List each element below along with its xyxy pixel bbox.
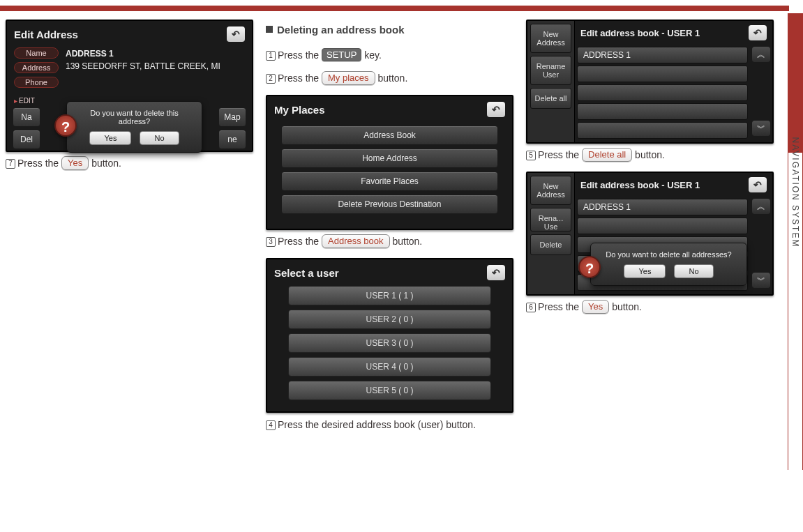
scroll-down-icon[interactable]: ︾: [752, 273, 770, 288]
step-4: 4Press the desired address book (user) b…: [266, 417, 513, 432]
partial-btn[interactable]: Map: [218, 107, 246, 127]
list-item[interactable]: [577, 103, 748, 120]
new-address-button[interactable]: New Address: [530, 24, 571, 53]
user-item[interactable]: USER 1 ( 1 ): [288, 286, 491, 305]
back-icon[interactable]: ↶: [749, 25, 767, 40]
list-item[interactable]: ADDRESS 1: [577, 47, 748, 63]
list-item[interactable]: [577, 66, 748, 82]
step-number: 2: [266, 74, 276, 84]
dialog-message: Do you want to delete all addresses?: [598, 250, 740, 259]
edit-label: EDIT: [19, 97, 35, 105]
page-body: Edit Address ↶ Name Address Phone ADDRES…: [0, 20, 803, 470]
step-number: 4: [266, 420, 276, 430]
edit-book-title: Edit address book - USER 1: [580, 180, 700, 190]
list-item[interactable]: ADDRESS 1: [577, 199, 748, 215]
column-2: Deleting an address book 1Press the SETU…: [266, 20, 513, 442]
step-6: 6Press the Yes button.: [526, 300, 774, 314]
pill-name[interactable]: Name: [14, 47, 59, 59]
back-icon[interactable]: ↶: [749, 177, 767, 192]
addressbook-button-ref: Address book: [322, 234, 390, 248]
my-places-title: My Places: [274, 104, 325, 116]
address-line: 139 SEEDORFF ST, BATTLE CREEK, MI: [66, 60, 220, 73]
user-item[interactable]: USER 3 ( 0 ): [288, 333, 491, 353]
scroll-down-icon[interactable]: ︾: [752, 121, 770, 136]
step-number: 3: [266, 237, 276, 247]
dialog-message: Do you want to delete this address?: [74, 109, 195, 126]
pill-phone[interactable]: Phone: [14, 77, 59, 88]
address-name: ADDRESS 1: [66, 47, 220, 60]
question-icon: ?: [578, 256, 601, 278]
user-item[interactable]: USER 4 ( 0 ): [288, 357, 491, 377]
user-list: USER 1 ( 1 )USER 2 ( 0 )USER 3 ( 0 )USER…: [267, 286, 512, 400]
step-5: 5Press the Delete all button.: [526, 148, 774, 162]
screenshot-select-user: Select a user ↶ USER 1 ( 1 )USER 2 ( 0 )…: [266, 258, 513, 413]
back-icon[interactable]: ↶: [487, 102, 505, 117]
step-number: 6: [526, 303, 536, 312]
scroll-up-icon[interactable]: ︽: [752, 47, 770, 62]
list-item[interactable]: [577, 218, 748, 234]
step-number: 7: [6, 159, 15, 169]
screenshot-edit-book-2: New Address Rena... Use Delete Edit addr…: [526, 172, 774, 296]
side-panel: New Address Rename User Delete all: [527, 21, 575, 142]
side-tab: NAVIGATION SYSTEM: [788, 13, 803, 470]
question-icon: ?: [54, 114, 77, 137]
user-item[interactable]: USER 2 ( 0 ): [288, 310, 491, 329]
address-rows: ADDRESS 1: [575, 45, 750, 141]
my-places-item[interactable]: Address Book: [281, 126, 498, 145]
rename-user-button[interactable]: Rena... Use: [530, 208, 571, 231]
list-item[interactable]: [577, 122, 748, 139]
partial-btn[interactable]: Na: [13, 107, 40, 127]
step-number: 1: [266, 51, 276, 61]
partial-btn[interactable]: Del: [13, 130, 40, 149]
step-1: 1Press the SETUP key.: [266, 48, 513, 61]
edit-book-title: Edit address book - USER 1: [580, 28, 700, 38]
deleteall-button-ref: Delete all: [582, 148, 632, 162]
partial-btn[interactable]: ne: [218, 130, 246, 149]
pill-address[interactable]: Address: [14, 62, 59, 73]
screenshot-edit-address: Edit Address ↶ Name Address Phone ADDRES…: [6, 20, 253, 152]
back-icon[interactable]: ↶: [227, 26, 245, 42]
delete-all-button[interactable]: Delete all: [530, 88, 571, 109]
new-address-button[interactable]: New Address: [530, 176, 571, 205]
step-number: 5: [526, 151, 536, 160]
screenshot-my-places: My Places ↶ Address BookHome AddressFavo…: [266, 95, 513, 230]
dialog-yes-button[interactable]: Yes: [624, 264, 666, 278]
column-3: New Address Rename User Delete all Edit …: [526, 20, 774, 442]
delete-address-dialog: ? Do you want to delete this address? Ye…: [66, 101, 202, 153]
select-user-title: Select a user: [274, 267, 339, 279]
column-1: Edit Address ↶ Name Address Phone ADDRES…: [6, 20, 253, 442]
field-pills: Name Address Phone: [14, 47, 59, 91]
myplaces-button-ref: My places: [322, 71, 375, 85]
step-2: 2Press the My places button.: [266, 71, 513, 85]
rename-user-button[interactable]: Rename User: [530, 56, 571, 85]
yes-button-ref: Yes: [61, 156, 89, 170]
step-3: 3Press the Address book button.: [266, 234, 513, 248]
my-places-list: Address BookHome AddressFavorite PlacesD…: [267, 123, 512, 220]
delete-button[interactable]: Delete: [530, 234, 571, 255]
section-heading: Deleting an address book: [266, 24, 513, 36]
scroll-up-icon[interactable]: ︽: [752, 199, 770, 214]
side-tab-label: NAVIGATION SYSTEM: [790, 137, 800, 248]
step-7: 7Press the Yes button.: [6, 156, 253, 170]
my-places-item[interactable]: Delete Previous Destination: [281, 195, 498, 214]
edit-address-title: Edit Address: [14, 29, 78, 40]
my-places-item[interactable]: Favorite Places: [281, 172, 498, 191]
user-item[interactable]: USER 5 ( 0 ): [288, 381, 491, 400]
list-item[interactable]: [577, 84, 748, 101]
side-panel: New Address Rena... Use Delete: [527, 173, 575, 294]
setup-key-ref: SETUP: [322, 48, 361, 61]
top-red-bar: [0, 6, 789, 11]
delete-all-dialog: ? Do you want to delete all addresses? Y…: [590, 243, 747, 286]
back-icon[interactable]: ↶: [487, 265, 505, 280]
dialog-no-button[interactable]: No: [140, 131, 179, 145]
screenshot-edit-book-1: New Address Rename User Delete all Edit …: [526, 20, 774, 144]
address-text: ADDRESS 1 139 SEEDORFF ST, BATTLE CREEK,…: [66, 47, 220, 73]
dialog-no-button[interactable]: No: [674, 264, 713, 278]
dialog-yes-button[interactable]: Yes: [89, 131, 131, 145]
my-places-item[interactable]: Home Address: [281, 149, 498, 168]
yes-button-ref: Yes: [582, 300, 609, 314]
